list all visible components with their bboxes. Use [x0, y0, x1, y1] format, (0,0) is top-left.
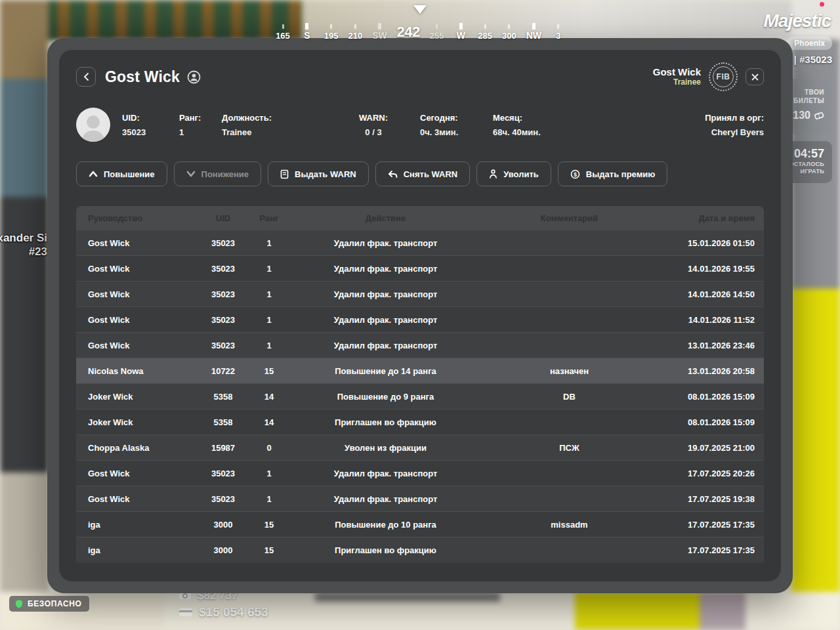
table-row[interactable]: Gost Wick 35023 1 Удалил фрак. транспорт… [76, 332, 764, 358]
cell-leader: Gost Wick [76, 315, 197, 325]
cell-comment: DB [482, 392, 656, 402]
cell-rank: 1 [249, 264, 289, 274]
compass-tick: SW [372, 23, 387, 41]
table-row[interactable]: Gost Wick 35023 1 Удалил фрак. транспорт… [76, 460, 764, 486]
table-row[interactable]: Gost Wick 35023 1 Удалил фрак. транспорт… [76, 486, 764, 511]
info-today: Сегодня:0ч. 3мин. [420, 113, 482, 137]
column-header: Руководство [76, 213, 197, 223]
close-button[interactable] [746, 68, 764, 85]
cell-rank: 14 [249, 392, 289, 402]
svg-text:$: $ [574, 171, 577, 177]
demote-button[interactable]: Понижение [174, 161, 261, 186]
cell-action: Приглашен во фракцию [289, 417, 482, 427]
person-circle-icon [187, 70, 201, 84]
compass-tick: NW [526, 23, 541, 41]
cell-leader: Gost Wick [76, 264, 197, 274]
promote-button[interactable]: Повышение [76, 161, 167, 186]
info-hired-by: Принял в орг:Cheryl Byers [705, 113, 764, 137]
table-row[interactable]: Choppa Alaska 15987 0 Уволен из фракции … [76, 434, 764, 460]
cell-action: Приглашен во фракцию [289, 545, 482, 555]
cell-leader: Gost Wick [76, 289, 197, 299]
column-header: UID [197, 213, 249, 223]
column-header: Дата и время [656, 213, 764, 223]
log-table-body: Gost Wick 35023 1 Удалил фрак. транспорт… [76, 230, 764, 562]
brand-logo: Majestic [764, 10, 831, 32]
cell-uid: 35023 [197, 264, 249, 274]
cell-leader: Choppa Alaska [76, 443, 197, 453]
cell-datetime: 17.07.2025 17:35 [656, 520, 764, 530]
table-row[interactable]: iga 3000 15 Приглашен во фракцию 17.07.2… [76, 537, 764, 562]
cell-rank: 1 [249, 289, 289, 299]
table-row[interactable]: Gost Wick 35023 1 Удалил фрак. транспорт… [76, 306, 764, 332]
person-icon [489, 169, 497, 178]
cell-action: Повышение до 9 ранга [289, 392, 482, 402]
safe-zone-badge: БЕЗОПАСНО [9, 596, 89, 612]
cell-datetime: 08.01.2026 15:09 [656, 392, 764, 402]
cell-comment: missadm [482, 520, 656, 530]
table-row[interactable]: Nicolas Nowa 10722 15 Повышение до 14 ра… [76, 358, 764, 383]
info-month: Месяц:68ч. 40мин. [493, 113, 572, 137]
compass-tick: 285 [478, 24, 492, 41]
cell-action: Повышение до 14 ранга [289, 366, 482, 376]
cell-rank: 1 [249, 238, 289, 248]
info-uid: UID:35023 [122, 113, 179, 137]
cell-rank: 14 [249, 417, 289, 427]
cell-datetime: 15.01.2026 01:50 [656, 238, 764, 248]
give-warn-button[interactable]: Выдать WARN [268, 161, 369, 186]
cell-datetime: 08.01.2026 15:09 [656, 417, 764, 427]
cell-datetime: 13.01.2026 23:46 [656, 341, 764, 350]
cell-leader: iga [76, 520, 197, 530]
action-log-table: Руководство UID Ранг Действие Комментари… [76, 206, 764, 562]
table-row[interactable]: Gost Wick 35023 1 Удалил фрак. транспорт… [76, 255, 764, 281]
remove-warn-button[interactable]: Снять WARN [375, 161, 471, 186]
cell-leader: Gost Wick [76, 238, 197, 248]
brand-logo-dot [820, 2, 824, 7]
table-row[interactable]: Gost Wick 35023 1 Удалил фрак. транспорт… [76, 281, 764, 306]
compass-bar: 165 S 195 210 SW 242 255 W 285 300 NW 3 [276, 4, 566, 35]
cell-rank: 15 [249, 366, 289, 376]
cell-leader: Joker Wick [76, 392, 197, 402]
member-modal: Gost Wick Gost Wick Trainee FIB [47, 38, 793, 593]
back-button[interactable] [76, 67, 96, 87]
member-rank-title: Trainee [653, 77, 701, 87]
cell-datetime: 14.01.2026 14:50 [656, 289, 764, 299]
cell-datetime: 14.01.2026 11:52 [656, 315, 764, 325]
cell-action: Удалил фрак. транспорт [289, 238, 482, 248]
cell-action: Удалил фрак. транспорт [289, 494, 482, 504]
bank-amount: $15 054 653 [178, 605, 268, 620]
page-title: Gost Wick [105, 68, 180, 86]
table-header: Руководство UID Ранг Действие Комментари… [76, 206, 764, 230]
cell-rank: 0 [249, 443, 289, 453]
cell-action: Уволен из фракции [289, 443, 482, 453]
cell-uid: 35023 [197, 289, 249, 299]
table-row[interactable]: iga 3000 15 Повышение до 10 ранга missad… [76, 511, 764, 537]
table-row[interactable]: Gost Wick 35023 1 Удалил фрак. транспорт… [76, 230, 764, 255]
column-header: Комментарий [482, 213, 656, 223]
cell-uid: 3000 [197, 545, 249, 555]
cell-action: Удалил фрак. транспорт [289, 315, 482, 325]
chevron-up-icon [89, 170, 98, 178]
shield-icon [15, 599, 23, 608]
table-row[interactable]: Joker Wick 5358 14 Повышение до 9 ранга … [76, 383, 764, 409]
table-row[interactable]: Joker Wick 5358 14 Приглашен во фракцию … [76, 409, 764, 434]
cell-leader: Nicolas Nowa [76, 366, 197, 376]
compass-tick: W [453, 23, 468, 41]
compass-current-heading: 242 [397, 17, 420, 41]
cell-uid: 5358 [197, 417, 249, 427]
cell-datetime: 19.07.2025 21:00 [656, 443, 764, 453]
cell-uid: 5358 [197, 392, 249, 402]
cell-rank: 1 [249, 315, 289, 325]
info-rank: Ранг:1 [179, 113, 222, 137]
cell-action: Удалил фрак. транспорт [289, 469, 482, 478]
player-nametag: xander Si #23 [0, 231, 47, 259]
compass-tick: 210 [348, 24, 362, 41]
cell-uid: 15987 [197, 443, 249, 453]
compass-tick: 165 [276, 24, 290, 41]
chevron-left-icon [83, 72, 89, 81]
cell-leader: Gost Wick [76, 469, 197, 478]
column-header: Действие [289, 213, 482, 223]
member-name: Gost Wick [653, 66, 701, 77]
info-position: Должность:Trainee [222, 113, 340, 137]
fire-button[interactable]: Уволить [476, 161, 551, 186]
give-bonus-button[interactable]: $ Выдать премию [558, 161, 668, 186]
